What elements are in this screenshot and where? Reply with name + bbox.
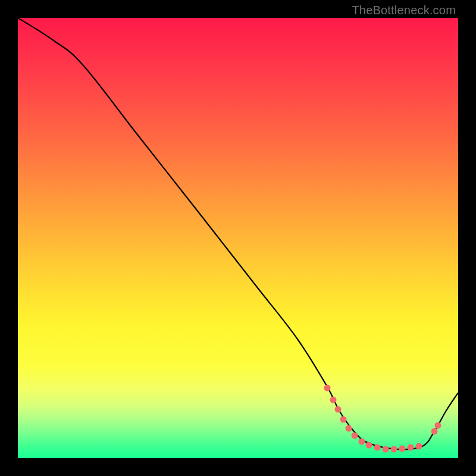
curve-marker [408,444,414,451]
curve-marker [324,385,331,392]
curve-marker [359,439,365,445]
chart-area [18,18,458,458]
curve-markers [324,385,441,453]
chart-svg [18,18,458,458]
curve-marker [416,443,422,450]
curve-marker [340,416,347,423]
curve-marker [435,422,441,429]
curve-marker [330,397,337,403]
curve-marker [366,442,372,449]
bottleneck-curve [18,18,458,449]
curve-marker [399,446,406,452]
curve-marker [374,444,381,451]
curve-marker [431,428,438,435]
curve-marker [383,446,389,453]
curve-marker [352,433,358,439]
curve-marker [335,406,342,413]
curve-marker [391,446,397,453]
curve-marker [346,425,352,432]
watermark-text: TheBottleneck.com [352,4,456,17]
